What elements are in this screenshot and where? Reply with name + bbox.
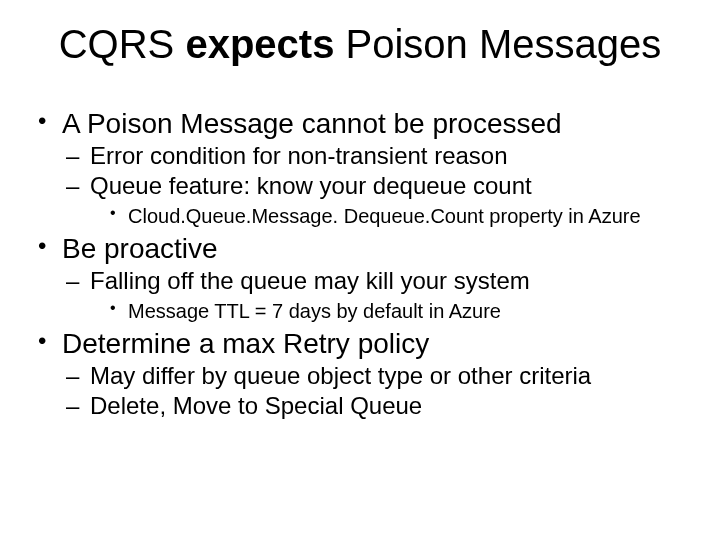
bullet-text: Message TTL = 7 days by default in Azure bbox=[128, 300, 501, 322]
list-item: Determine a max Retry policy May differ … bbox=[34, 326, 690, 421]
title-part-3: Poison Messages bbox=[334, 22, 661, 66]
bullet-text: Determine a max Retry policy bbox=[62, 328, 429, 359]
bullet-text: Error condition for non-transient reason bbox=[90, 142, 508, 169]
slide-title: CQRS expects Poison Messages bbox=[30, 22, 690, 66]
list-item: Queue feature: know your dequeue count C… bbox=[66, 171, 690, 229]
bullet-text: Be proactive bbox=[62, 233, 218, 264]
list-item: Message TTL = 7 days by default in Azure bbox=[108, 298, 690, 324]
bullet-list: A Poison Message cannot be processed Err… bbox=[30, 106, 690, 421]
sub-sub-list: Message TTL = 7 days by default in Azure bbox=[90, 298, 690, 324]
bullet-text: May differ by queue object type or other… bbox=[90, 362, 591, 389]
title-part-1: CQRS bbox=[59, 22, 186, 66]
sub-list: May differ by queue object type or other… bbox=[62, 361, 690, 421]
list-item: Cloud.Queue.Message. Dequeue.Count prope… bbox=[108, 203, 690, 229]
list-item: Error condition for non-transient reason bbox=[66, 141, 690, 171]
list-item: Delete, Move to Special Queue bbox=[66, 391, 690, 421]
bullet-text: Falling off the queue may kill your syst… bbox=[90, 267, 530, 294]
list-item: Falling off the queue may kill your syst… bbox=[66, 266, 690, 324]
bullet-text: Cloud.Queue.Message. Dequeue.Count prope… bbox=[128, 205, 641, 227]
sub-list: Error condition for non-transient reason… bbox=[62, 141, 690, 229]
list-item: A Poison Message cannot be processed Err… bbox=[34, 106, 690, 229]
bullet-text: Delete, Move to Special Queue bbox=[90, 392, 422, 419]
sub-sub-list: Cloud.Queue.Message. Dequeue.Count prope… bbox=[90, 203, 690, 229]
list-item: May differ by queue object type or other… bbox=[66, 361, 690, 391]
bullet-text: Queue feature: know your dequeue count bbox=[90, 172, 532, 199]
list-item: Be proactive Falling off the queue may k… bbox=[34, 231, 690, 324]
sub-list: Falling off the queue may kill your syst… bbox=[62, 266, 690, 324]
bullet-text: A Poison Message cannot be processed bbox=[62, 108, 562, 139]
title-part-2: expects bbox=[185, 22, 334, 66]
